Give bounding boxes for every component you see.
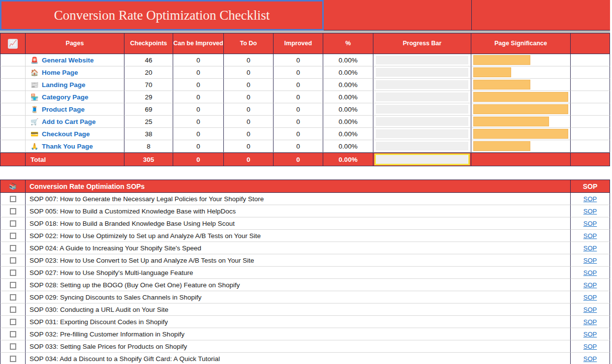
row-end-blank-cell <box>571 116 610 128</box>
row-select-cell <box>0 66 26 79</box>
page-link-label: Add to Cart Page <box>42 118 96 125</box>
sop-checkbox-cell <box>0 340 26 353</box>
progress-track <box>376 92 468 101</box>
sop-checkbox-cell <box>0 353 26 364</box>
sop-link[interactable]: SOP <box>583 257 597 264</box>
sop-link[interactable]: SOP <box>583 195 597 203</box>
sop-link[interactable]: SOP <box>583 208 597 215</box>
can-be-improved-value: 0 <box>173 79 224 91</box>
sop-checkbox[interactable] <box>10 245 16 251</box>
sop-link-cell: SOP <box>571 230 610 242</box>
total-progress-cell[interactable] <box>373 152 471 166</box>
sop-row: SOP 031: Exporting Discount Codes in Sho… <box>0 316 610 328</box>
sop-row: SOP 027: How to Use Shopify's Multi-lang… <box>0 267 610 279</box>
sop-link[interactable]: SOP <box>583 281 597 289</box>
sop-checkbox-cell <box>0 193 26 205</box>
books-icon: 📚 <box>9 182 17 190</box>
sop-link[interactable]: SOP <box>583 244 597 252</box>
sop-link[interactable]: SOP <box>583 232 597 240</box>
sop-checkbox[interactable] <box>10 294 16 301</box>
sop-checkbox[interactable] <box>10 331 16 337</box>
checkpoints-value: 70 <box>124 79 173 91</box>
folded-hands-icon: 🙏 <box>31 143 38 150</box>
page-link[interactable]: 🚨General Website <box>26 57 94 64</box>
sop-link[interactable]: SOP <box>583 318 597 326</box>
sop-checkbox[interactable] <box>10 270 16 276</box>
sop-link-cell: SOP <box>571 205 610 217</box>
sop-checkbox-cell <box>0 205 26 217</box>
progress-bar <box>373 54 471 66</box>
sop-link[interactable]: SOP <box>583 331 597 338</box>
sop-link[interactable]: SOP <box>583 306 597 313</box>
page-cell: 🏪Category Page <box>26 91 124 103</box>
page-significance-cell <box>471 54 571 66</box>
sop-title: SOP 032: Pre-filling Customer Informatio… <box>26 328 571 340</box>
credit-card-icon: 💳 <box>31 130 38 138</box>
significance-bar <box>473 55 530 65</box>
page-link[interactable]: 🏪Category Page <box>26 93 89 101</box>
sop-link-cell: SOP <box>571 316 610 328</box>
sop-link[interactable]: SOP <box>583 220 597 227</box>
column-header-progress-bar: Progress Bar <box>373 33 471 54</box>
page-link-label: Product Page <box>42 106 85 113</box>
sop-checkbox[interactable] <box>10 356 16 362</box>
sop-checkbox[interactable] <box>10 319 16 325</box>
page-link-label: General Website <box>42 57 94 64</box>
total-label: Total <box>26 152 124 166</box>
page-link[interactable]: 💳Checkout Page <box>26 130 90 138</box>
sop-checkbox[interactable] <box>10 257 16 264</box>
page-link[interactable]: 🏠Home Page <box>26 69 78 76</box>
page-cell: 🏠Home Page <box>26 66 124 79</box>
sop-link[interactable]: SOP <box>583 355 597 363</box>
page-link[interactable]: 🛒Add to Cart Page <box>26 118 96 125</box>
total-percent: 0.00% <box>323 152 373 166</box>
page-link[interactable]: 📰Landing Page <box>26 81 86 89</box>
sop-checkbox[interactable] <box>10 208 16 214</box>
percent-value: 0.00% <box>323 140 373 152</box>
checklist-total-row: Total 305 0 0 0 0.00% <box>0 152 610 166</box>
checklist-row: 📰Landing Page700000.00% <box>0 79 610 91</box>
page-cell: 📰Landing Page <box>26 79 124 91</box>
can-be-improved-value: 0 <box>173 91 224 103</box>
sop-checkbox[interactable] <box>10 196 16 202</box>
row-select-cell <box>0 116 26 128</box>
progress-bar-cell <box>373 116 471 128</box>
sop-row: SOP 029: Syncing Discounts to Sales Chan… <box>0 291 610 303</box>
sop-title: SOP 007: How to Generate the Necessary L… <box>26 193 571 205</box>
sop-checkbox[interactable] <box>10 282 16 288</box>
sop-link[interactable]: SOP <box>583 269 597 276</box>
sop-link[interactable]: SOP <box>583 294 597 301</box>
sop-checkbox-cell <box>0 242 26 254</box>
progress-bar-cell <box>373 128 471 140</box>
sop-checkbox[interactable] <box>10 343 16 350</box>
total-checkpoints: 305 <box>124 152 173 166</box>
page-significance-cell <box>471 79 571 91</box>
progress-bar-cell <box>373 103 471 116</box>
sop-checkbox-cell <box>0 254 26 267</box>
improved-value: 0 <box>274 103 323 116</box>
sops-section-title: Conversion Rate Optimiation SOPs <box>26 180 571 193</box>
sop-title: SOP 031: Exporting Discount Codes in Sho… <box>26 316 571 328</box>
total-to-do: 0 <box>224 152 274 166</box>
page-link[interactable]: 🧵Product Page <box>26 106 85 113</box>
sops-link-column-header: SOP <box>571 180 610 193</box>
page-link[interactable]: 🙏Thank You Page <box>26 143 93 150</box>
improved-value: 0 <box>274 91 323 103</box>
sop-checkbox-cell <box>0 303 26 316</box>
sop-link-cell: SOP <box>571 340 610 353</box>
page-cell: 💳Checkout Page <box>26 128 124 140</box>
sop-checkbox[interactable] <box>10 233 16 239</box>
sop-link[interactable]: SOP <box>583 343 597 350</box>
title-banner: Conversion Rate Optimization Checklist <box>0 0 610 30</box>
can-be-improved-value: 0 <box>173 66 224 79</box>
significance-bar <box>473 117 549 126</box>
sop-title: SOP 034: Add a Discount to a Shopify Gif… <box>26 353 571 364</box>
page-significance-cell <box>471 116 571 128</box>
progress-bar <box>373 116 471 127</box>
sop-checkbox[interactable] <box>10 220 16 227</box>
sop-title: SOP 023: How to Use Convert to Set Up an… <box>26 254 571 267</box>
sop-checkbox[interactable] <box>10 306 16 313</box>
progress-bar <box>373 79 471 91</box>
improved-value: 0 <box>274 140 323 152</box>
checklist-row: 💳Checkout Page380000.00% <box>0 128 610 140</box>
